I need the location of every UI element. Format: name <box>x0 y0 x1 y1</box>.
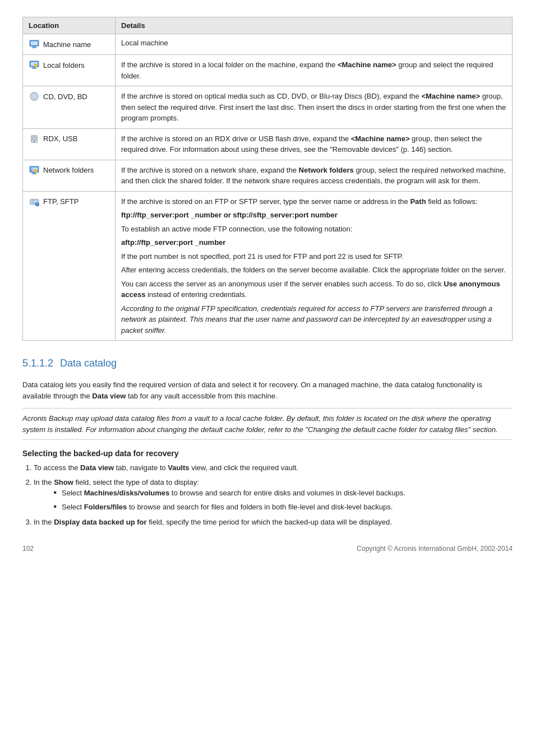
location-ftp-sftp-label: FTP, SFTP <box>43 197 79 206</box>
network-folders-icon <box>29 165 40 176</box>
svg-rect-17 <box>33 172 35 173</box>
location-local-folders-label: Local folders <box>43 61 85 69</box>
svg-rect-6 <box>33 67 35 68</box>
location-cd-dvd-bd-label: CD, DVD, BD <box>43 92 87 101</box>
table-row: Network folders If the archive is stored… <box>23 160 513 191</box>
steps-list: To access the Data view tab, navigate to… <box>34 462 513 528</box>
svg-point-11 <box>34 96 35 97</box>
detail-local-folders: If the archive is stored in a local fold… <box>116 55 513 86</box>
section-body: Data catalog lets you easily find the re… <box>22 379 513 401</box>
detail-network-folders: If the archive is stored on a network sh… <box>116 160 513 191</box>
location-network-folders-label: Network folders <box>43 166 94 174</box>
bullet-item-2: Select Folders/files to browse and searc… <box>54 502 513 513</box>
section-title: Data catalog <box>60 358 117 369</box>
computer-icon <box>29 39 40 50</box>
table-row: ↑ FTP, SFTP If the archive is stored on … <box>23 191 513 341</box>
bullet-list: Select Machines/disks/volumes to browse … <box>54 488 513 512</box>
table-row: RDX, USB If the archive is stored on an … <box>23 128 513 160</box>
svg-rect-13 <box>32 136 36 140</box>
note-box: Acronis Backup may upload data catalog f… <box>22 408 513 440</box>
sub-heading: Selecting the backed-up data for recover… <box>22 449 513 458</box>
svg-rect-1 <box>31 41 38 45</box>
note-text: Acronis Backup may upload data catalog f… <box>22 414 498 434</box>
svg-rect-7 <box>32 68 37 68</box>
ftp-sftp-icon: ↑ <box>29 196 40 207</box>
table-row: Machine name Local machine <box>23 34 513 55</box>
section-heading: 5.1.1.2 Data catalog <box>22 358 513 374</box>
detail-machine-name: Local machine <box>116 34 513 55</box>
col-details-header: Details <box>116 17 513 34</box>
copyright: Copyright © Acronis International GmbH, … <box>357 545 513 553</box>
location-rdx-usb-label: RDX, USB <box>43 134 77 143</box>
section-number: 5.1.1.2 <box>22 358 53 369</box>
step-2: In the Show field, select the type of da… <box>34 477 513 513</box>
local-folder-icon <box>29 59 40 71</box>
step-1: To access the Data view tab, navigate to… <box>34 462 513 474</box>
detail-cd-dvd-bd: If the archive is stored on optical medi… <box>116 86 513 129</box>
page-footer: 102 Copyright © Acronis International Gm… <box>22 545 513 553</box>
bullet-item-1: Select Machines/disks/volumes to browse … <box>54 488 513 499</box>
table-row: CD, DVD, BD If the archive is stored on … <box>23 86 513 129</box>
table-row: Local folders If the archive is stored i… <box>23 55 513 86</box>
rdx-usb-icon <box>29 133 40 145</box>
detail-rdx-usb: If the archive is stored on an RDX drive… <box>116 128 513 160</box>
location-table: Location Details Machine name <box>22 17 513 341</box>
page-number: 102 <box>22 545 34 553</box>
svg-rect-2 <box>33 47 35 48</box>
detail-ftp-sftp: If the archive is stored on an FTP or SF… <box>116 191 513 341</box>
svg-rect-3 <box>32 47 37 48</box>
location-machine-name-label: Machine name <box>43 40 91 49</box>
svg-text:↑: ↑ <box>36 203 38 206</box>
svg-point-20 <box>31 168 33 170</box>
svg-rect-14 <box>33 141 35 142</box>
col-location-header: Location <box>23 17 116 34</box>
svg-rect-18 <box>32 173 37 174</box>
svg-rect-19 <box>34 170 37 173</box>
step-3: In the Display data backed up for field,… <box>34 517 513 528</box>
disc-icon <box>29 91 40 102</box>
svg-rect-8 <box>34 64 37 67</box>
